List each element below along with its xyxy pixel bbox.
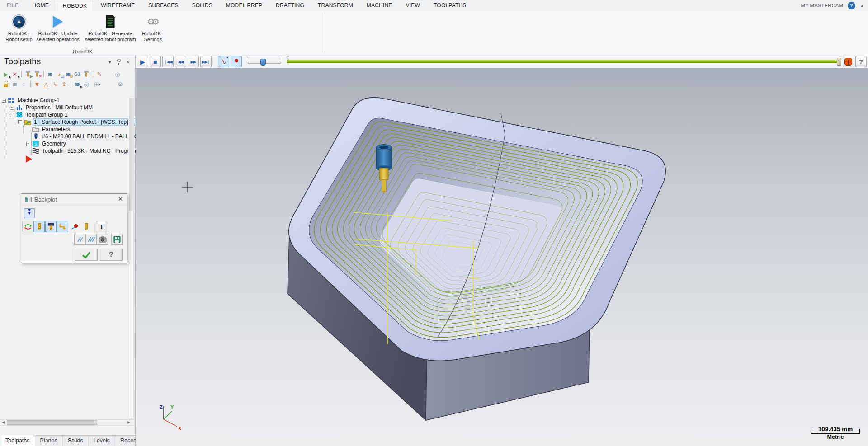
tab-model-prep[interactable]: MODEL PREP (219, 0, 269, 11)
ghost-toolpath-icon[interactable]: ◌ (20, 80, 28, 88)
settings-gear-icon[interactable]: ⚙ (116, 80, 124, 88)
simulate-rotations-button[interactable] (22, 221, 33, 232)
tree-row-toolpath-group[interactable]: − Toolpath Group-1 (0, 111, 127, 118)
tree-row-tool[interactable]: #6 - M20.00 BALL ENDMILL - BALL-NOS (0, 133, 127, 140)
go-to-end-button[interactable]: ▶▶❘ (200, 56, 212, 67)
snapshot-button[interactable] (97, 234, 108, 245)
expand-icon[interactable]: + (26, 142, 30, 146)
tab-view[interactable]: VIEW (399, 0, 427, 11)
hatch-dense-button[interactable] (85, 234, 97, 245)
simulation-progress-bar[interactable] (287, 60, 837, 63)
regenerate-selected-icon[interactable]: ▶ (24, 70, 32, 78)
ribbon-collapse-icon[interactable]: ▲ (860, 3, 864, 8)
unselect-all-operations-icon[interactable]: ✕➤ (11, 70, 19, 78)
panel-pin-icon[interactable] (117, 59, 121, 62)
graphics-viewport[interactable]: Z Y X (136, 68, 868, 446)
tab-wireframe[interactable]: WIREFRAME (94, 0, 142, 11)
scroll-thumb[interactable] (7, 420, 97, 425)
tree-vertical-scrollbar[interactable] (128, 97, 134, 418)
svg-text:S: S (34, 142, 37, 146)
tree-row-properties[interactable]: + Properties - Mill Default MM (0, 104, 127, 111)
tab-drafting[interactable]: DRAFTING (269, 0, 311, 11)
tab-robodk[interactable]: ROBODK (56, 0, 94, 11)
expand-icon[interactable]: + (10, 106, 14, 110)
display-rapid-moves-button[interactable] (57, 221, 68, 232)
robodk-update-operations-button[interactable]: RoboDK - Updateselected operations (34, 13, 81, 52)
robodk-settings-button[interactable]: ⚙⚙ RoboDK- Settings (138, 13, 165, 52)
help-button[interactable]: ? (100, 249, 123, 261)
tab-surfaces[interactable]: SURFACES (142, 0, 185, 11)
display-holder-button[interactable] (45, 221, 57, 232)
scroll-right-icon[interactable]: ▶ (126, 420, 132, 425)
tree-horizontal-scrollbar[interactable]: ◀ ▶ (0, 419, 134, 426)
collapse-icon[interactable]: − (2, 99, 6, 103)
stop-options-button[interactable]: ! (96, 221, 107, 232)
progress-handle[interactable] (837, 58, 841, 66)
play-button[interactable]: ▶ (137, 56, 148, 67)
step-back-button[interactable]: ◀◀ (175, 56, 186, 67)
ok-button[interactable] (75, 249, 98, 261)
robodk-generate-program-button[interactable]: RoboDK - Generateselected robot program (82, 13, 138, 52)
display-toolpath-toggle[interactable]: ∿ (218, 56, 229, 67)
dialog-close-icon[interactable]: ✕ (118, 196, 123, 202)
simulator-options-icon[interactable]: ≋⚙ (64, 70, 72, 78)
scroll-left-icon[interactable]: ◀ (0, 420, 6, 425)
circle-tool-icon[interactable]: ◎ (113, 70, 122, 78)
insert-arrow-icon[interactable] (26, 155, 32, 163)
tab-machine[interactable]: MACHINE (360, 0, 399, 11)
backplot-help-button[interactable]: ? (855, 56, 867, 67)
tree-row-machine-group[interactable]: − Machine Group-1 (0, 97, 127, 104)
shaded-tool-button[interactable] (80, 221, 92, 232)
tab-home[interactable]: HOME (25, 0, 56, 11)
my-mastercam-link[interactable]: MY MASTERCAM (801, 3, 843, 8)
mastercam-window: FILE HOME ROBODK WIREFRAME SURFACES SOLI… (0, 0, 868, 446)
list-options-icon[interactable]: ⊞▾ (91, 80, 103, 88)
panel-close-icon[interactable]: ✕ (125, 59, 131, 65)
go-to-start-button[interactable]: ❘◀◀ (162, 56, 174, 67)
tab-solids[interactable]: SOLIDS (185, 0, 219, 11)
step-forward-button[interactable]: ▶▶ (188, 56, 199, 67)
stop-conditions-button[interactable] (843, 56, 854, 67)
collapse-icon[interactable]: − (10, 113, 14, 117)
backplot-icon[interactable]: ≋ (46, 70, 54, 78)
bottom-tab-solids[interactable]: Solids (63, 436, 89, 446)
move-insert-down-icon[interactable]: ▼ (33, 80, 41, 88)
bottom-tab-levels[interactable]: Levels (89, 436, 115, 446)
scroll-insert-arrow-icon[interactable]: ⇕ (60, 80, 68, 88)
display-tool-toggle[interactable] (231, 56, 242, 67)
stop-button[interactable]: ■ (150, 56, 161, 67)
tab-toolpaths[interactable]: TOOLPATHS (427, 0, 473, 11)
toggle-toolpath-display-icon[interactable]: ≋ (11, 80, 19, 88)
verify-icon[interactable]: ◕☑ (55, 70, 63, 78)
display-tool-button[interactable] (33, 221, 45, 232)
save-button[interactable] (111, 234, 123, 245)
tree-row-parameters[interactable]: Parameters (0, 126, 127, 133)
collapse-icon[interactable]: − (18, 120, 22, 124)
bottom-tab-planes[interactable]: Planes (35, 436, 63, 446)
regenerate-dirty-icon[interactable]: ✕ (33, 70, 41, 78)
collapse-panel-button[interactable]: ▼▼ (24, 208, 35, 218)
robodk-robot-setup-button[interactable]: RoboDK -Robot setup (5, 13, 33, 52)
move-insert-up-icon[interactable]: △ (42, 80, 50, 88)
select-all-operations-icon[interactable]: ▶➤ (2, 70, 10, 78)
edit-toolpath-icon[interactable]: ✎ (95, 70, 104, 78)
tab-transform[interactable]: TRANSFORM (311, 0, 360, 11)
bottom-tab-toolpaths[interactable]: Toolpaths (0, 435, 35, 446)
help-icon[interactable]: ? (848, 2, 855, 9)
move-insert-arrow-icon[interactable]: ↳ (51, 80, 59, 88)
display-endpoints-button[interactable] (69, 221, 80, 232)
display-options-icon[interactable]: ◎ (82, 80, 90, 88)
dialog-titlebar[interactable]: Backplot ✕ (21, 194, 127, 205)
g1-edit-icon[interactable]: G1 (73, 70, 81, 78)
post-selected-icon[interactable]: → (82, 70, 90, 78)
tree-row-geometry[interactable]: + S Geometry (0, 140, 127, 147)
tab-file[interactable]: FILE (0, 0, 25, 11)
tree-row-operation-1[interactable]: − 1 - Surface Rough Pocket - [WCS: Top] … (0, 118, 127, 126)
lock-toolpath-icon[interactable] (2, 80, 10, 88)
select-toolpath-entities-icon[interactable]: ≋➤ (73, 80, 81, 88)
tree-row-toolpath-file[interactable]: Toolpath - 515.3K - Mold.NC - Program (0, 147, 127, 155)
slider-thumb[interactable] (260, 59, 266, 66)
hatch-sparse-button[interactable] (74, 234, 85, 245)
panel-menu-icon[interactable]: ▾ (107, 59, 113, 65)
speed-slider[interactable] (248, 56, 281, 67)
